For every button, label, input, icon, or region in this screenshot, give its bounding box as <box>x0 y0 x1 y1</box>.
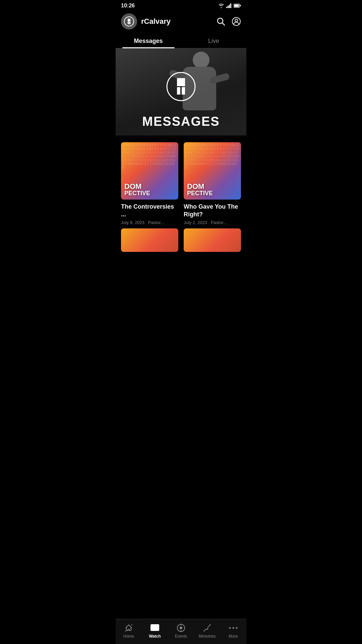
nav-ministries[interactable]: Ministries <box>194 622 220 640</box>
search-button[interactable] <box>216 17 226 26</box>
nav-more-label: More <box>229 634 238 639</box>
partial-card-2[interactable] <box>184 228 241 252</box>
more-icon <box>229 623 238 633</box>
svg-rect-5 <box>234 5 239 7</box>
profile-icon <box>232 17 241 26</box>
wifi-icon <box>218 3 224 8</box>
cards-grid: KINGDOMPERSPECTIVEMESSAGEKINGDOMPERSPECT… <box>116 136 246 228</box>
svg-point-32 <box>236 627 238 629</box>
svg-line-12 <box>222 23 225 25</box>
svg-rect-17 <box>177 87 180 95</box>
status-time: 10:26 <box>121 3 135 9</box>
card-1-thumb: KINGDOMPERSPECTIVEMESSAGEKINGDOMPERSPECT… <box>121 142 178 200</box>
header: rCalvary <box>116 10 246 33</box>
card-1-title: The Controversies ... <box>121 203 178 219</box>
home-icon <box>124 623 133 633</box>
profile-button[interactable] <box>232 17 241 26</box>
hero-background: MESSAGES <box>116 48 246 136</box>
svg-line-19 <box>125 630 126 632</box>
nav-watch-label: Watch <box>149 634 161 639</box>
svg-rect-6 <box>240 5 241 6</box>
svg-point-30 <box>229 627 231 629</box>
card-1[interactable]: KINGDOMPERSPECTIVEMESSAGEKINGDOMPERSPECT… <box>121 142 178 225</box>
svg-text:i: i <box>180 627 181 630</box>
card-1-meta: July 9, 2023 · Pastor... <box>121 220 178 225</box>
ministries-icon <box>202 623 212 633</box>
status-bar: 10:26 <box>116 0 246 10</box>
hero-banner[interactable]: MESSAGES <box>116 48 246 136</box>
svg-rect-18 <box>182 87 185 95</box>
svg-rect-8 <box>128 19 130 21</box>
header-actions <box>216 17 241 26</box>
card-2-meta: July 2, 2023 · Pastor... <box>184 220 241 225</box>
nav-events-label: Events <box>175 634 187 639</box>
svg-point-15 <box>167 72 195 101</box>
watch-icon <box>150 623 160 633</box>
svg-rect-0 <box>226 7 227 8</box>
card-2-thumb: KINGDOMPERSPECTIVEMESSAGEKINGDOMPERSPECT… <box>184 142 241 200</box>
svg-line-28 <box>204 629 206 631</box>
hero-title: MESSAGES <box>116 114 246 129</box>
nav-home-label: Home <box>123 634 134 639</box>
svg-rect-9 <box>128 22 129 24</box>
nav-more[interactable]: More <box>220 622 246 640</box>
app-title: rCalvary <box>141 17 216 26</box>
card-2[interactable]: KINGDOMPERSPECTIVEMESSAGEKINGDOMPERSPECT… <box>184 142 241 225</box>
partial-cards <box>116 228 246 255</box>
tab-bar: Messages Live <box>116 33 246 48</box>
events-icon: i <box>176 623 186 633</box>
signal-icon <box>226 3 232 8</box>
search-icon <box>217 17 225 26</box>
nav-home[interactable]: Home <box>116 622 142 640</box>
nav-ministries-label: Ministries <box>199 634 216 639</box>
svg-rect-10 <box>129 22 131 24</box>
tab-live[interactable]: Live <box>181 33 246 48</box>
partial-card-1[interactable] <box>121 228 178 252</box>
svg-point-14 <box>235 19 238 22</box>
card-2-title: Who Gave You The Right? <box>184 203 241 219</box>
logo-icon <box>124 16 134 27</box>
status-icons <box>218 3 241 8</box>
svg-rect-16 <box>177 78 185 86</box>
svg-rect-2 <box>229 5 230 8</box>
hero-logo <box>166 71 196 103</box>
svg-line-29 <box>208 625 210 627</box>
battery-icon <box>234 4 241 8</box>
svg-point-31 <box>233 627 234 629</box>
svg-rect-3 <box>230 3 231 8</box>
app-logo[interactable] <box>121 13 137 30</box>
nav-watch[interactable]: Watch <box>142 622 168 640</box>
svg-line-20 <box>131 624 132 626</box>
tab-messages[interactable]: Messages <box>116 33 181 48</box>
bottom-nav: Home Watch i Events <box>116 619 246 644</box>
nav-events[interactable]: i Events <box>168 622 194 640</box>
svg-rect-1 <box>228 6 229 8</box>
